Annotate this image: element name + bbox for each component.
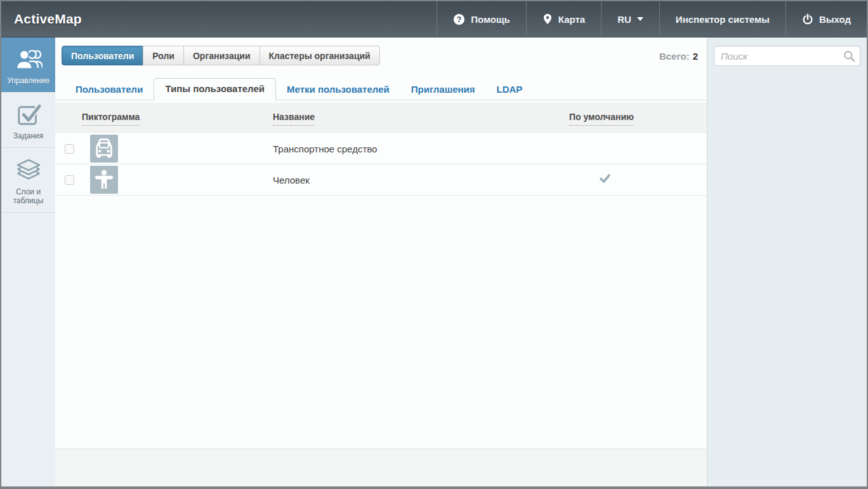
language-label: RU <box>617 14 631 25</box>
table-row[interactable]: Человек <box>55 164 707 196</box>
primary-tab-group: Пользователи Роли Организации Кластеры о… <box>62 46 380 65</box>
logout-button[interactable]: Выход <box>786 1 867 37</box>
column-header-default: По умолчанию <box>569 111 640 126</box>
sidebar: Управление Задания <box>1 37 55 486</box>
svg-text:?: ? <box>457 15 462 23</box>
caret-down-icon <box>637 17 643 21</box>
user-type-name: Человек <box>273 175 569 185</box>
sidebar-item-label: Задания <box>4 131 53 140</box>
total-label: Всего: <box>659 51 690 62</box>
tab-organization-clusters[interactable]: Кластеры организаций <box>260 46 380 65</box>
map-button[interactable]: Карта <box>526 1 601 37</box>
vehicle-icon <box>90 135 118 163</box>
sidebar-item-tasks[interactable]: Задания <box>1 92 55 148</box>
row-checkbox[interactable] <box>65 175 74 185</box>
column-header-pictogram: Пиктограмма <box>82 111 273 126</box>
tab-organizations[interactable]: Организации <box>183 46 260 65</box>
sidebar-item-management[interactable]: Управление <box>1 37 55 92</box>
users-group-icon <box>4 46 53 72</box>
language-dropdown[interactable]: RU <box>601 1 659 37</box>
total-value: 2 <box>693 51 698 62</box>
primary-tabs-toolbar: Пользователи Роли Организации Кластеры о… <box>55 37 707 65</box>
subtab-invitations[interactable]: Приглашения <box>400 79 486 100</box>
map-pin-icon <box>542 13 553 25</box>
subtab-ldap[interactable]: LDAP <box>486 79 534 100</box>
table-empty-area <box>55 196 707 448</box>
app-window: ActiveMap ? Помощь Карта <box>0 0 868 489</box>
subtab-user-labels[interactable]: Метки пользователей <box>276 79 400 100</box>
power-icon <box>802 13 813 25</box>
sidebar-item-label: Управление <box>4 76 53 85</box>
column-header-name: Название <box>273 111 569 126</box>
tab-users[interactable]: Пользователи <box>62 46 143 65</box>
help-label: Помощь <box>471 14 510 25</box>
app-logo: ActiveMap <box>1 1 82 37</box>
check-square-icon <box>4 102 53 127</box>
system-inspector-button[interactable]: Инспектор системы <box>659 1 786 37</box>
total-count: Всего:2 <box>659 51 698 62</box>
main-panel: Пользователи Роли Организации Кластеры о… <box>55 37 707 486</box>
row-checkbox[interactable] <box>65 144 74 154</box>
question-circle-icon: ? <box>453 13 465 25</box>
logout-label: Выход <box>819 14 851 25</box>
search-input[interactable] <box>714 46 860 66</box>
help-button[interactable]: ? Помощь <box>437 1 526 37</box>
sidebar-item-label: Слои и таблицы <box>4 187 53 205</box>
main-footer <box>55 448 707 486</box>
search-icon[interactable] <box>843 50 855 65</box>
secondary-tabs: Пользователи Типы пользователей Метки по… <box>55 79 707 100</box>
top-nav: ? Помощь Карта RU <box>437 1 867 37</box>
top-bar: ActiveMap ? Помощь Карта <box>1 1 867 37</box>
tab-roles[interactable]: Роли <box>143 46 184 65</box>
page-body: Управление Задания <box>1 37 867 486</box>
layers-icon <box>4 157 53 183</box>
map-label: Карта <box>558 14 585 25</box>
subtab-users[interactable]: Пользователи <box>65 79 154 100</box>
sidebar-item-layers-tables[interactable]: Слои и таблицы <box>1 148 55 213</box>
table-header: Пиктограмма Название По умолчанию <box>55 103 707 133</box>
searchbox <box>714 46 860 66</box>
default-check-icon <box>600 174 610 185</box>
user-type-name: Транспортное средство <box>273 144 569 154</box>
system-inspector-label: Инспектор системы <box>676 14 770 25</box>
search-panel <box>707 37 867 486</box>
default-cell <box>569 174 640 185</box>
person-icon <box>90 166 118 194</box>
subtab-user-types[interactable]: Типы пользователей <box>154 78 276 100</box>
table-row[interactable]: Транспортное средство <box>55 133 707 164</box>
